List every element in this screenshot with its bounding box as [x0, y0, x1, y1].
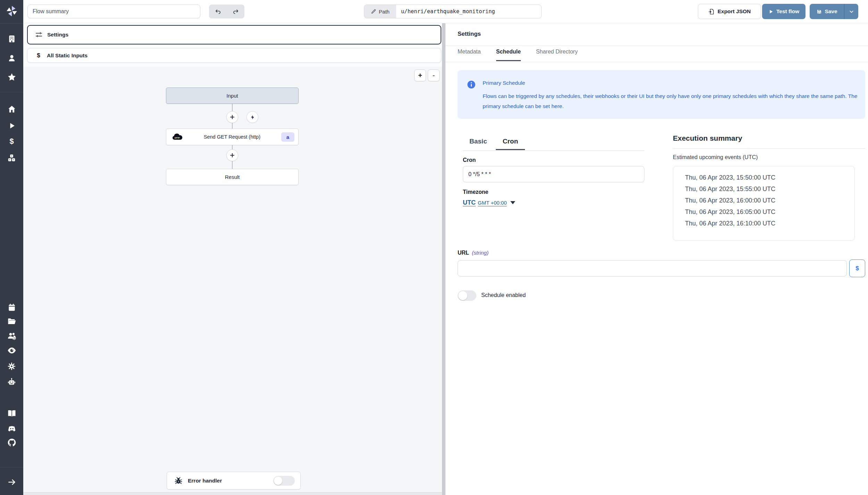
sidebar-item-audit[interactable]	[0, 344, 23, 357]
undo-button[interactable]	[209, 5, 227, 18]
step-id-badge: a	[281, 132, 294, 142]
gear-icon	[7, 362, 16, 371]
undo-icon	[215, 8, 222, 15]
plus-icon	[229, 152, 235, 158]
sliders-icon	[35, 31, 43, 39]
play-icon	[768, 9, 774, 14]
tab-metadata[interactable]: Metadata	[458, 49, 481, 61]
zoom-out-button[interactable]: -	[428, 69, 440, 81]
settings-panel: Settings Metadata Schedule Shared Direct…	[445, 23, 868, 495]
book-icon	[7, 409, 17, 418]
save-options-button[interactable]	[844, 4, 858, 19]
sidebar-item-discord[interactable]	[0, 422, 23, 436]
export-json-button[interactable]: Export JSON	[698, 4, 761, 19]
schedule-enabled-toggle[interactable]	[458, 290, 476, 301]
flow-summary-input[interactable]	[27, 5, 200, 18]
schedule-enabled-label: Schedule enabled	[481, 292, 526, 298]
sidebar-item-folders[interactable]	[0, 314, 23, 328]
star-icon	[7, 72, 17, 82]
http-cloud-icon: HTTP	[172, 133, 183, 141]
sidebar-item-variables[interactable]: $	[0, 134, 23, 148]
flow-settings-card[interactable]: Settings	[27, 25, 441, 44]
timezone-name: UTC	[463, 199, 476, 206]
cron-field-label: Cron	[463, 157, 476, 163]
path-label: Path	[379, 9, 390, 15]
all-static-inputs-card[interactable]: $ All Static Inputs	[27, 48, 441, 63]
toggle-knob	[274, 477, 282, 485]
redo-button[interactable]	[227, 5, 244, 18]
settings-panel-title: Settings	[458, 31, 481, 38]
tab-cron[interactable]: Cron	[496, 138, 525, 150]
add-step-button[interactable]	[226, 149, 238, 161]
error-handler-card[interactable]: Error handler	[167, 472, 301, 489]
undo-redo-group	[209, 5, 244, 18]
sidebar-item-groups[interactable]	[0, 329, 23, 343]
event-row: Thu, 06 Apr 2023, 15:50:00 UTC	[685, 172, 854, 183]
event-row: Thu, 06 Apr 2023, 16:00:00 UTC	[685, 195, 854, 206]
topbar: Path u/henri/earthquake_monitoring Expor…	[23, 0, 868, 23]
url-field-type-hint: (string)	[472, 250, 489, 256]
sidebar-item-resources[interactable]	[0, 151, 23, 165]
path-value: u/henri/earthquake_monitoring	[396, 5, 541, 18]
insert-variable-button[interactable]: $	[849, 259, 865, 277]
sidebar-divider	[0, 92, 23, 92]
timezone-select[interactable]: UTC GMT +00:00	[463, 199, 515, 206]
sidebar-item-github[interactable]	[0, 436, 23, 449]
building-icon	[7, 34, 16, 43]
flow-node-result[interactable]: Result	[166, 169, 299, 185]
result-node-label: Result	[225, 174, 240, 180]
windmill-logo[interactable]	[0, 4, 23, 18]
primary-schedule-info-box: Primary Schedule Flows can be triggered …	[458, 70, 865, 119]
bug-icon	[174, 476, 183, 485]
sidebar-item-home[interactable]	[0, 102, 23, 116]
arrow-right-icon	[7, 478, 16, 487]
tab-schedule[interactable]: Schedule	[496, 49, 521, 61]
test-flow-label: Test flow	[776, 8, 799, 15]
folder-icon	[7, 316, 16, 326]
all-static-inputs-label: All Static Inputs	[47, 52, 87, 59]
file-export-icon	[708, 8, 715, 15]
tab-shared-directory[interactable]: Shared Directory	[536, 49, 578, 61]
event-row: Thu, 06 Apr 2023, 16:10:00 UTC	[685, 218, 854, 229]
sidebar-item-user[interactable]	[0, 51, 23, 65]
sidebar-item-schedules[interactable]	[0, 300, 23, 314]
url-field-label: URL	[458, 250, 469, 256]
save-label: Save	[825, 8, 837, 15]
sidebar-item-ai[interactable]	[0, 375, 23, 389]
tab-basic[interactable]: Basic	[462, 138, 494, 150]
sidebar-item-favorites[interactable]	[0, 70, 23, 84]
sidebar-expand-button[interactable]	[0, 475, 23, 489]
flow-path-box[interactable]: Path u/henri/earthquake_monitoring	[364, 5, 542, 18]
sidebar-divider	[0, 467, 23, 468]
timezone-offset: GMT +00:00	[478, 200, 507, 206]
http-node-label: Send GET Request (http)	[183, 134, 281, 140]
divider	[673, 148, 865, 149]
add-step-button[interactable]	[226, 111, 238, 123]
sidebar-item-docs[interactable]	[0, 406, 23, 420]
flow-node-input[interactable]: Input	[166, 88, 299, 104]
save-icon	[816, 9, 822, 15]
play-icon	[8, 122, 16, 130]
users-gear-icon	[7, 331, 17, 341]
plus-icon	[229, 114, 235, 120]
panel-resize-handle[interactable]	[442, 23, 445, 495]
error-handler-toggle[interactable]	[273, 476, 295, 486]
add-trigger-button[interactable]	[247, 111, 258, 123]
test-flow-button[interactable]: Test flow	[762, 4, 806, 19]
flow-node-http[interactable]: HTTP Send GET Request (http) a	[166, 129, 299, 145]
url-input[interactable]	[458, 260, 847, 277]
github-icon	[7, 438, 17, 447]
settings-tabs: Metadata Schedule Shared Directory	[458, 49, 578, 61]
sidebar-item-workspace[interactable]	[0, 32, 23, 46]
url-field-header: URL (string)	[458, 250, 489, 256]
sidebar-item-runs[interactable]	[0, 119, 23, 133]
timezone-field-label: Timezone	[463, 189, 489, 195]
cron-input[interactable]	[463, 166, 644, 182]
export-json-label: Export JSON	[718, 8, 751, 15]
svg-text:HTTP: HTTP	[175, 137, 180, 139]
sidebar-item-workers[interactable]	[0, 359, 23, 373]
zoom-in-button[interactable]: +	[414, 69, 426, 81]
robot-icon	[7, 377, 16, 387]
calendar-icon	[7, 303, 16, 312]
save-button[interactable]: Save	[810, 4, 844, 19]
